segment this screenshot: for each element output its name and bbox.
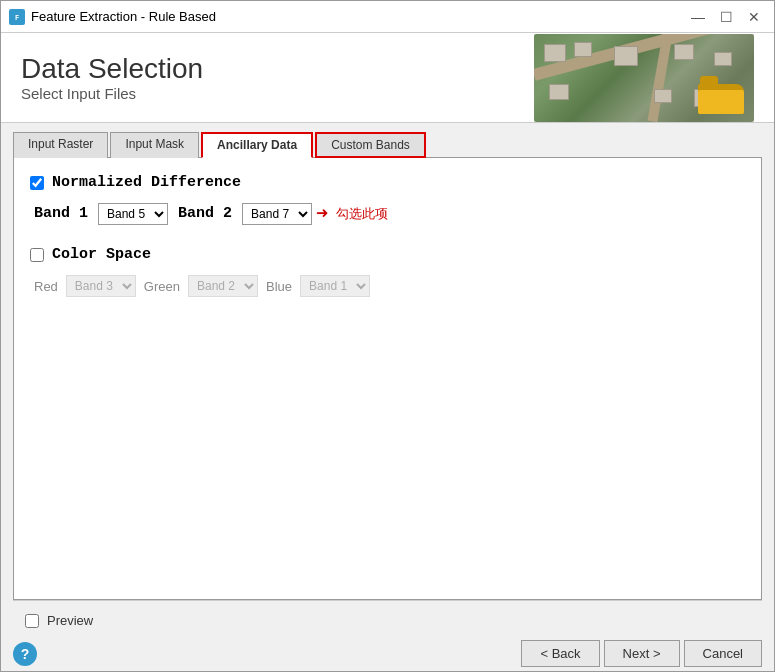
nav-buttons: < Back Next > Cancel — [521, 640, 762, 667]
header-banner: Data Selection Select Input Files — [1, 33, 774, 123]
color-space-label[interactable]: Color Space — [52, 246, 151, 263]
aerial-background — [534, 34, 754, 122]
window-title: Feature Extraction - Rule Based — [31, 9, 216, 24]
band1-select[interactable]: Band 5 Band 1 Band 2 Band 3 Band 4 Band … — [98, 203, 168, 225]
close-button[interactable]: ✕ — [742, 7, 766, 27]
main-window: F Feature Extraction - Rule Based — ☐ ✕ … — [0, 0, 775, 672]
svg-text:F: F — [15, 14, 19, 22]
house-1 — [544, 44, 566, 62]
normalized-difference-label[interactable]: Normalized Difference — [52, 174, 241, 191]
preview-row: Preview — [1, 609, 774, 632]
annotation-arrow: ➜ — [316, 201, 328, 226]
app-icon: F — [9, 9, 25, 25]
folder-icon — [698, 76, 746, 114]
band1-label: Band 1 — [34, 205, 88, 222]
tabs-container: Input Raster Input Mask Ancillary Data C… — [1, 123, 774, 157]
minimize-button[interactable]: — — [686, 7, 710, 27]
normalized-difference-checkbox[interactable] — [30, 176, 44, 190]
next-button[interactable]: Next > — [604, 640, 680, 667]
blue-select[interactable]: Band 1 Band 2 Band 3 Band 4 Band 5 Band … — [300, 275, 370, 297]
red-label: Red — [34, 279, 58, 294]
band2-label: Band 2 — [178, 205, 232, 222]
tab-input-mask[interactable]: Input Mask — [110, 132, 199, 158]
header-image — [534, 34, 754, 122]
band2-select[interactable]: Band 7 Band 1 Band 2 Band 3 Band 4 Band … — [242, 203, 312, 225]
band-row: Band 1 Band 5 Band 1 Band 2 Band 3 Band … — [34, 201, 745, 226]
title-bar-left: F Feature Extraction - Rule Based — [9, 9, 216, 25]
rgb-row: Red Band 3 Band 1 Band 2 Band 4 Band 5 B… — [34, 275, 745, 297]
main-content: Normalized Difference Band 1 Band 5 Band… — [13, 157, 762, 600]
preview-label[interactable]: Preview — [47, 613, 93, 628]
normalized-difference-section: Normalized Difference Band 1 Band 5 Band… — [30, 174, 745, 226]
green-select[interactable]: Band 2 Band 1 Band 3 Band 4 Band 5 Band … — [188, 275, 258, 297]
green-label: Green — [144, 279, 180, 294]
house-2 — [574, 42, 592, 57]
annotation-text: 勾选此项 — [336, 205, 388, 223]
tab-ancillary-data[interactable]: Ancillary Data — [201, 132, 313, 158]
help-button[interactable]: ? — [13, 642, 37, 666]
color-space-section: Color Space Red Band 3 Band 1 Band 2 Ban… — [30, 246, 745, 297]
header-text: Data Selection Select Input Files — [21, 53, 203, 102]
tab-input-raster[interactable]: Input Raster — [13, 132, 108, 158]
house-4 — [614, 46, 638, 66]
house-8 — [714, 52, 732, 66]
cs-checkbox-row: Color Space — [30, 246, 745, 263]
title-bar: F Feature Extraction - Rule Based — ☐ ✕ — [1, 1, 774, 33]
red-select[interactable]: Band 3 Band 1 Band 2 Band 4 Band 5 Band … — [66, 275, 136, 297]
maximize-button[interactable]: ☐ — [714, 7, 738, 27]
divider — [13, 600, 762, 601]
window-controls: — ☐ ✕ — [686, 7, 766, 27]
page-title: Data Selection — [21, 53, 203, 85]
house-3 — [549, 84, 569, 100]
tab-custom-bands[interactable]: Custom Bands — [315, 132, 426, 158]
blue-label: Blue — [266, 279, 292, 294]
page-subtitle: Select Input Files — [21, 85, 203, 102]
preview-checkbox[interactable] — [25, 614, 39, 628]
footer-row: ? < Back Next > Cancel — [1, 632, 774, 671]
annotation-container: Band 7 Band 1 Band 2 Band 3 Band 4 Band … — [242, 201, 388, 226]
house-5 — [654, 89, 672, 103]
house-6 — [674, 44, 694, 60]
back-button[interactable]: < Back — [521, 640, 599, 667]
color-space-checkbox[interactable] — [30, 248, 44, 262]
nd-checkbox-row: Normalized Difference — [30, 174, 745, 191]
cancel-button[interactable]: Cancel — [684, 640, 762, 667]
